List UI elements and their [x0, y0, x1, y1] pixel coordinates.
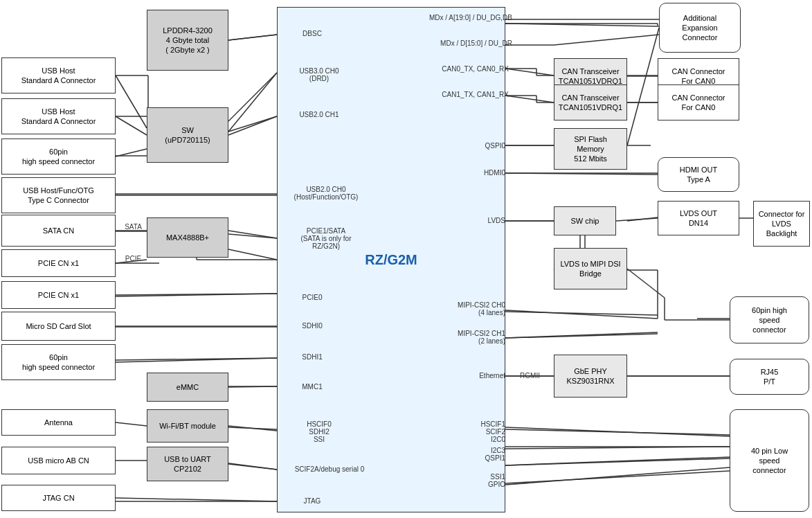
svg-line-106: [505, 471, 730, 483]
spi-flash-label: SPI FlashMemory512 Mbits: [574, 134, 607, 164]
signal-ssi1: SSI1GPIO: [443, 473, 505, 488]
can-transceiver-2: CAN TransceiverTCAN1051VDRQ1: [554, 84, 627, 120]
additional-expansion-connector: AdditionalExpansionConnector: [659, 3, 741, 53]
svg-line-73: [228, 464, 277, 470]
max4888-chip: MAX4888B+: [147, 217, 228, 258]
signal-mdx2: MDx / D[15:0] / DU_DR: [395, 39, 512, 47]
additional-expansion-label: AdditionalExpansionConnector: [682, 13, 717, 43]
signal-hscif1: HSCIF1SCIF2I2C0: [415, 420, 505, 443]
spi-flash-chip: SPI FlashMemory512 Mbits: [554, 128, 627, 170]
signal-mipi0: MIPI-CSI2 CH0(4 lanes): [402, 301, 505, 316]
signal-can0: CAN0_TX, CAN0_RX: [402, 65, 509, 73]
sw-upd-chip: SW(uPD720115): [147, 107, 228, 163]
lvds-out-label: LVDS OUTDN14: [680, 208, 717, 229]
svg-line-71: [228, 386, 277, 387]
signal-mipi1: MIPI-CSI2 CH1(2 lanes): [402, 330, 505, 345]
can-connector-1-label: CAN ConnectorFor CAN0: [671, 66, 725, 87]
lpddr4-chip: LPDDR4-32004 Gbyte total( 2Gbyte x2 ): [147, 10, 228, 71]
svg-line-55: [505, 467, 730, 485]
40pin-low-connector: 40 pin Lowspeedconnector: [730, 409, 809, 512]
jtag-cn-label: JTAG CN: [42, 493, 74, 503]
usb-host-2-connector: USB HostStandard A Connector: [1, 98, 116, 134]
micro-sd-slot: Micro SD Card Slot: [1, 312, 116, 341]
usb-otg-connector: USB Host/Func/OTGType C Connector: [1, 177, 116, 213]
svg-line-1: [228, 73, 277, 132]
hdmi-out-connector: HDMI OUTType A: [658, 157, 739, 192]
usb-otg-label: USB Host/Func/OTGType C Connector: [23, 186, 94, 206]
wifibt-label: Wi-Fi/BT module: [159, 421, 216, 431]
rj45-label: RJ45P/T: [761, 367, 779, 387]
signal-lvds: LVDS: [450, 217, 505, 224]
sw-upd-label: SW(uPD720115): [165, 125, 210, 145]
usb-micro-ab-label: USB micro AB CN: [28, 456, 89, 465]
svg-line-85: [505, 69, 554, 75]
sw-chip: SW chip: [554, 206, 616, 235]
svg-line-72: [228, 426, 277, 431]
svg-line-84: [554, 35, 659, 45]
wifibt-module: Wi-Fi/BT module: [147, 409, 228, 443]
svg-line-75: [116, 75, 147, 128]
svg-line-97: [505, 334, 658, 338]
signal-can1: CAN1_TX, CAN1_RX: [402, 91, 509, 98]
signal-usb21: USB2.0 CH1: [281, 111, 357, 118]
rj45-connector: RJ45P/T: [730, 359, 809, 395]
svg-line-61: [228, 73, 277, 121]
svg-line-76: [116, 116, 147, 135]
svg-line-78: [116, 422, 147, 426]
signal-ethernet: Ethernet: [426, 372, 505, 379]
signal-hdmi0: HDMI0: [443, 169, 505, 177]
max4888-label: MAX4888B+: [166, 233, 209, 242]
svg-line-0: [228, 35, 277, 40]
svg-line-74: [116, 498, 277, 501]
60pin-high-right-label: 60pin highspeedconnector: [752, 305, 787, 335]
pcie-cn-1-label: PCIE CN x1: [38, 258, 79, 268]
sata-cn: SATA CN: [1, 215, 116, 247]
svg-line-52: [505, 427, 730, 436]
svg-line-54: [505, 457, 730, 465]
emmc-chip: eMMC: [147, 373, 228, 402]
signal-hscif0: HSCIF0SDHI2SSI: [281, 420, 357, 443]
svg-line-91: [505, 173, 658, 175]
svg-line-10: [116, 358, 277, 360]
hdmi-out-label: HDMI OUTType A: [680, 165, 717, 185]
signal-pcie0: PCIE0: [281, 294, 343, 301]
svg-line-2: [228, 116, 277, 135]
60pin-high-left-bottom: 60pinhigh speed connector: [1, 344, 116, 380]
signal-usb20: USB2.0 CH0(Host/Function/OTG): [281, 186, 371, 201]
svg-line-68: [116, 294, 277, 295]
usb-host-1-label: USB HostStandard A Connector: [21, 66, 96, 86]
svg-line-77: [116, 149, 147, 157]
signal-sdhi0: SDHI0: [281, 322, 343, 330]
signal-scif2a: SCIF2A/debug serial 0: [281, 465, 378, 473]
can-connector-2: CAN ConnectorFor CAN0: [658, 84, 739, 120]
svg-line-65: [228, 231, 277, 238]
emmc-label: eMMC: [177, 382, 199, 392]
signal-sata-line: SATA: [118, 223, 149, 231]
signal-pcie-line: PCIE: [118, 255, 149, 262]
lvds-mipi-label: LVDS to MIPI DSIBridge: [560, 259, 620, 279]
svg-line-48: [505, 332, 658, 338]
lpddr4-label: LPDDR4-32004 Gbyte total( 2Gbyte x2 ): [163, 26, 213, 55]
svg-line-47: [505, 310, 658, 319]
60pin-high-left-bottom-label: 60pinhigh speed connector: [22, 352, 95, 373]
svg-line-90: [627, 28, 659, 145]
signal-dbsc: DBSC: [281, 30, 343, 37]
can-connector-2-label: CAN ConnectorFor CAN0: [671, 93, 725, 113]
signal-sdhi1: SDHI1: [281, 353, 343, 361]
svg-line-103: [505, 429, 730, 435]
sw-chip-label: SW chip: [571, 216, 599, 226]
60pin-high-left-top: 60pinhigh speed connector: [1, 139, 116, 175]
svg-line-93: [616, 218, 658, 221]
svg-line-8: [116, 294, 277, 296]
antenna-connector: Antenna: [1, 409, 116, 436]
antenna-label: Antenna: [44, 418, 73, 427]
pcie-cn-2-label: PCIE CN x1: [38, 290, 79, 300]
sata-cn-label: SATA CN: [43, 226, 74, 235]
svg-line-67: [228, 249, 277, 260]
svg-line-105: [505, 458, 730, 465]
pcie-cn-2: PCIE CN x1: [1, 281, 116, 309]
svg-line-62: [228, 116, 277, 132]
usb-micro-ab: USB micro AB CN: [1, 447, 116, 474]
usb-uart-chip: USB to UARTCP2102: [147, 447, 228, 481]
jtag-cn: JTAG CN: [1, 485, 116, 511]
